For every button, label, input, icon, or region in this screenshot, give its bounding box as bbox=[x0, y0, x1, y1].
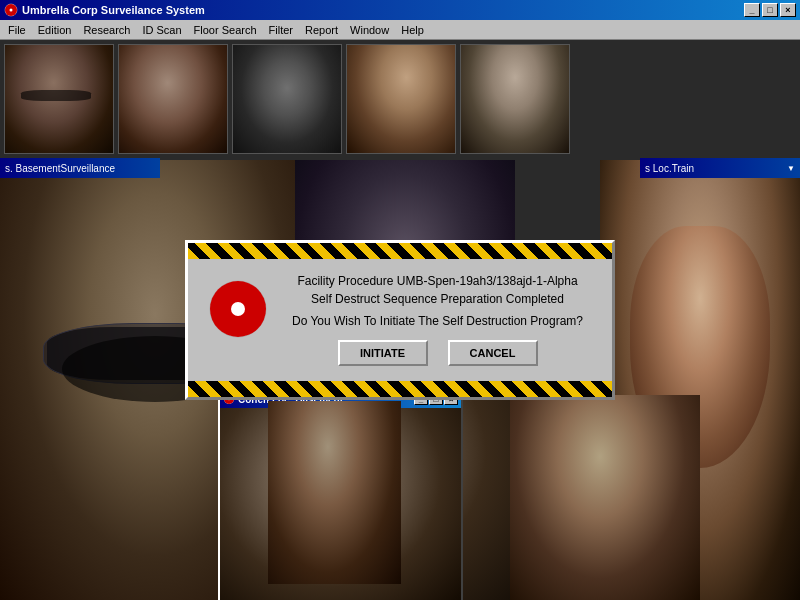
menu-filter[interactable]: Filter bbox=[263, 22, 299, 38]
titlebar-controls[interactable]: _ □ × bbox=[744, 3, 796, 17]
svg-point-5 bbox=[231, 302, 245, 316]
dialog-line2: Self Destruct Sequence Preparation Compl… bbox=[283, 292, 592, 306]
umbrella-title-icon bbox=[4, 3, 18, 17]
self-destruct-dialog: Facility Procedure UMB-Spen-19ah3/138ajd… bbox=[185, 240, 615, 400]
maximize-button[interactable]: □ bbox=[762, 3, 778, 17]
titlebar-left: Umbrella Corp Surveilance System bbox=[4, 3, 205, 17]
hazard-border-bottom bbox=[188, 381, 612, 397]
menu-research[interactable]: Research bbox=[77, 22, 136, 38]
app-title: Umbrella Corp Surveilance System bbox=[22, 4, 205, 16]
dialog-overlay: Facility Procedure UMB-Spen-19ah3/138ajd… bbox=[0, 40, 800, 600]
umbrella-logo bbox=[208, 279, 268, 339]
svg-point-1 bbox=[10, 9, 13, 12]
initiate-button[interactable]: INITIATE bbox=[338, 340, 428, 366]
menu-window[interactable]: Window bbox=[344, 22, 395, 38]
hazard-border-top bbox=[188, 243, 612, 259]
dialog-inner: Facility Procedure UMB-Spen-19ah3/138ajd… bbox=[188, 259, 612, 381]
main-content: s. BasementSurveillance s Loc.Train ▼ Co… bbox=[0, 40, 800, 600]
dialog-line1: Facility Procedure UMB-Spen-19ah3/138ajd… bbox=[283, 274, 592, 288]
dialog-buttons: INITIATE CANCEL bbox=[283, 340, 592, 366]
menu-idscan[interactable]: ID Scan bbox=[136, 22, 187, 38]
cancel-button[interactable]: CANCEL bbox=[448, 340, 538, 366]
menu-edition[interactable]: Edition bbox=[32, 22, 78, 38]
title-bar: Umbrella Corp Surveilance System _ □ × bbox=[0, 0, 800, 20]
menu-report[interactable]: Report bbox=[299, 22, 344, 38]
menu-bar: File Edition Research ID Scan Floor Sear… bbox=[0, 20, 800, 40]
dialog-line3: Do You Wish To Initiate The Self Destruc… bbox=[283, 314, 592, 328]
menu-help[interactable]: Help bbox=[395, 22, 430, 38]
minimize-button[interactable]: _ bbox=[744, 3, 760, 17]
dialog-text: Facility Procedure UMB-Spen-19ah3/138ajd… bbox=[283, 274, 592, 366]
menu-file[interactable]: File bbox=[2, 22, 32, 38]
menu-floorsearch[interactable]: Floor Search bbox=[188, 22, 263, 38]
close-button[interactable]: × bbox=[780, 3, 796, 17]
